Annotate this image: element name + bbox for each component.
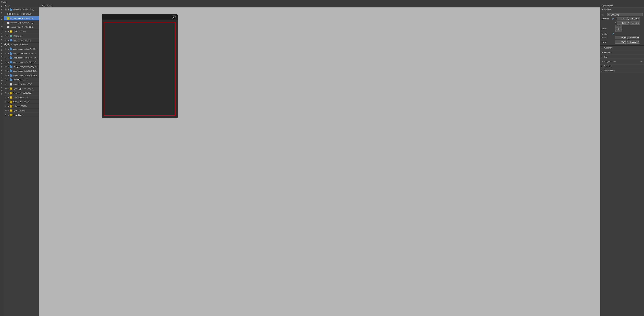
- tool-icon-3[interactable]: ▶: [0, 11, 4, 14]
- tool-icon-19[interactable]: ▶: [0, 65, 4, 68]
- canvas-area[interactable]: × ℹ $hs: [39, 8, 600, 316]
- tool-icon-11[interactable]: ■: [0, 38, 4, 41]
- visibility-icon[interactable]: 👁: [4, 109, 7, 112]
- tree-item[interactable]: 👁 ▶ ⚙ ht_video_vimeo (250,50): [4, 91, 39, 95]
- tool-icon-9[interactable]: ■: [0, 32, 4, 35]
- anchor-tr[interactable]: [620, 26, 622, 28]
- tree-item[interactable]: 👁 ▶ video_popup_controls_url (-142;-31): [4, 56, 39, 60]
- tool-icon-7[interactable]: ▶: [0, 25, 4, 28]
- visibility-icon[interactable]: 👁: [4, 52, 7, 55]
- expand-arrow[interactable]: ▶: [8, 92, 10, 94]
- visibility-icon[interactable]: 👁: [4, 61, 7, 64]
- tool-icon-13[interactable]: ■: [0, 45, 4, 48]
- y-input[interactable]: [617, 21, 627, 25]
- tool-icon-23[interactable]: ▶: [0, 79, 4, 82]
- height-input[interactable]: [614, 40, 626, 44]
- tree-item-selected[interactable]: T info_text_body (2,31%;8,32%): [4, 16, 39, 21]
- visibility-icon[interactable]: 👁: [4, 101, 7, 103]
- fortgeschritten-dots[interactable]: ⋯: [640, 60, 643, 63]
- width-spinner-up[interactable]: ▲: [627, 36, 629, 38]
- tree-item[interactable]: screentint_info (0,00%;0,00%): [4, 25, 39, 30]
- expand-arrow[interactable]: ▶: [8, 61, 10, 63]
- tree-item[interactable]: 👁 ▶ ⚙ ht_video_file (250,50): [4, 100, 39, 104]
- tool-icon-22[interactable]: ■: [0, 75, 4, 78]
- visibility-icon[interactable]: 👁: [4, 105, 7, 108]
- expand-arrow[interactable]: ▶: [8, 79, 10, 81]
- aussehen-section-header[interactable]: ▶ Aussehen: [600, 46, 644, 50]
- y-spinner-up[interactable]: ▲: [628, 21, 630, 23]
- expand-arrow[interactable]: ▶: [8, 48, 10, 50]
- expand-arrow[interactable]: ▶: [8, 97, 10, 99]
- expand-arrow[interactable]: ▶: [8, 57, 10, 59]
- tree-item[interactable]: 👁 ▼ information (30,00%;3,00%): [4, 8, 39, 12]
- expand-arrow[interactable]: ▶: [8, 70, 10, 72]
- tree-container[interactable]: 👁 ▼ information (30,00%;3,00%) ✕ ✕ info_…: [4, 8, 39, 316]
- tool-icon-8[interactable]: ⋮: [0, 28, 4, 31]
- expand-arrow[interactable]: ▶: [8, 53, 10, 55]
- width-input[interactable]: [614, 36, 626, 39]
- tool-icon-1[interactable]: ▶: [0, 5, 4, 8]
- tool-icon-21[interactable]: ▶: [0, 72, 4, 75]
- anchor-mr[interactable]: [620, 28, 622, 30]
- visibility-icon[interactable]: 👁: [4, 92, 7, 95]
- visibility-icon[interactable]: 👁: [4, 87, 7, 90]
- expand-arrow[interactable]: ▶: [8, 114, 10, 116]
- tree-item[interactable]: 👁 ▶ ⚙ ht_image (250,50): [4, 104, 39, 109]
- width-spinner-down[interactable]: ▼: [627, 38, 629, 39]
- tree-item[interactable]: 👁 ▶ video_popup_vimeo (10,00%;10,00%): [4, 51, 39, 56]
- visibility-icon[interactable]: 👁: [4, 83, 7, 86]
- y-spinner-down[interactable]: ▼: [628, 23, 630, 25]
- popup-close-button[interactable]: ×: [172, 15, 176, 19]
- y-unit-select[interactable]: Prozent Pixel: [630, 21, 640, 25]
- tree-item[interactable]: 👁 ▶ ⚙ ht_info (250,50): [4, 109, 39, 113]
- tree-item[interactable]: 👁 ▶ ⚙ ht_url (250,50): [4, 113, 39, 117]
- visibility-icon[interactable]: 👁: [4, 70, 7, 73]
- expand-arrow[interactable]: ▶: [8, 105, 10, 107]
- width-unit-select[interactable]: Prozent Pixel: [629, 36, 640, 39]
- anchor-bc[interactable]: [618, 30, 620, 32]
- tree-item[interactable]: 👁 ▶ video_popup_controls_file (-142;-31): [4, 65, 39, 69]
- height-spinner-down[interactable]: ▼: [627, 42, 629, 44]
- tree-item[interactable]: ✕ ✕ close (50,00%;85,00%): [4, 43, 39, 47]
- aktionen-section-header[interactable]: ▶ Aktionen: [600, 64, 644, 68]
- tree-item[interactable]: 👁 ▶ video_popup_youtube (10,00%;10,00%): [4, 47, 39, 51]
- tool-icon-2[interactable]: ■: [0, 8, 4, 11]
- text-section-header[interactable]: ▶ Text: [600, 55, 644, 59]
- tree-item[interactable]: 👁 ▶ ⚙ ht_video_youtube (250,50): [4, 87, 39, 91]
- link-icon[interactable]: 🔗: [612, 18, 614, 20]
- visibility-icon[interactable]: 👁: [4, 30, 7, 33]
- tool-icon-25[interactable]: ▶: [0, 86, 4, 89]
- visibility-icon[interactable]: 👁: [4, 74, 7, 77]
- anchor-ml[interactable]: [615, 28, 617, 30]
- tree-item[interactable]: 👁 ▶ userdata (-120;-80): [4, 78, 39, 82]
- anchor-br[interactable]: [620, 30, 622, 32]
- tree-item[interactable]: information_bg (0,00%;0,00%): [4, 21, 39, 25]
- tool-icon-5[interactable]: ■: [0, 18, 4, 21]
- anchor-tl[interactable]: [615, 26, 617, 28]
- anchor-mc[interactable]: [618, 28, 620, 30]
- tree-item[interactable]: ✕ ✕ info_p... (92,23%;0,57%): [4, 12, 39, 16]
- height-spinner-up[interactable]: ▲: [627, 40, 629, 42]
- tool-icon-20[interactable]: ■: [0, 69, 4, 72]
- id-input[interactable]: [607, 13, 643, 16]
- tree-item[interactable]: 👁 ▶ video_popup_url (10,00%;10,00%): [4, 60, 39, 65]
- size-link-icon[interactable]: 🔗: [612, 33, 614, 35]
- tool-icon-12[interactable]: ▶: [0, 42, 4, 45]
- tree-item[interactable]: 👁 ▶ video_popup_file (10,00%;10,00%): [4, 69, 39, 73]
- tool-icon-6[interactable]: ◆: [0, 21, 4, 24]
- visibility-icon[interactable]: 👁: [4, 48, 7, 51]
- expand-arrow[interactable]: ▶: [8, 39, 10, 41]
- anchor-bl[interactable]: [615, 30, 617, 32]
- x-input[interactable]: [617, 17, 627, 21]
- tool-icon-15[interactable]: ■: [0, 52, 4, 55]
- expand-arrow[interactable]: ▶: [8, 31, 10, 33]
- expand-arrow[interactable]: ▶: [8, 66, 10, 68]
- visibility-icon[interactable]: 👁: [4, 8, 7, 11]
- tree-item[interactable]: 👁 ▶ ⚙ ht_video_url (250,50): [4, 95, 39, 100]
- tree-item[interactable]: 👁 ▶ image_popup (10,00%;10,00%): [4, 73, 39, 78]
- tool-icon-27[interactable]: ▶: [0, 92, 4, 95]
- expand-arrow[interactable]: ▶: [8, 101, 10, 103]
- visibility-icon[interactable]: 👁: [4, 39, 7, 42]
- x-spinner-up[interactable]: ▲: [628, 17, 630, 19]
- height-unit-select[interactable]: Prozent Pixel: [629, 40, 640, 44]
